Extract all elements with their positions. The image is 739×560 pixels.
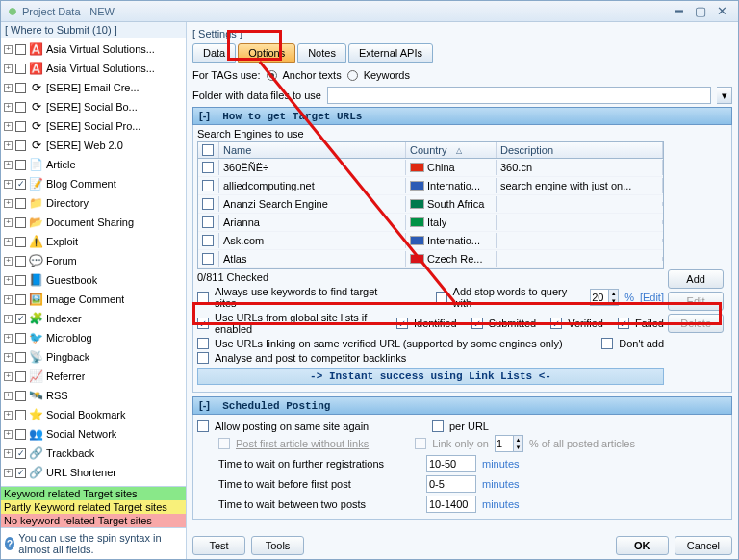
expand-icon[interactable]: + — [4, 103, 13, 112]
engine-checkbox[interactable] — [15, 429, 26, 440]
chk-use-global[interactable] — [197, 318, 209, 329]
engine-checkbox[interactable] — [15, 256, 26, 267]
row-checkbox[interactable] — [202, 216, 214, 228]
tab-notes[interactable]: Notes — [297, 43, 346, 63]
ok-button[interactable]: OK — [616, 536, 669, 555]
sidebar-item[interactable]: + ✓ 📝 Blog Comment — [1, 174, 186, 193]
sidebar-item[interactable]: + 🅰️ Asia Virtual Solutions... — [1, 39, 186, 59]
row-checkbox[interactable] — [202, 235, 214, 246]
expand-icon[interactable]: + — [4, 238, 13, 246]
expand-icon[interactable]: + — [4, 45, 13, 54]
expand-icon[interactable]: + — [4, 372, 13, 381]
expand-icon[interactable]: + — [4, 180, 13, 189]
chk-per-url[interactable] — [432, 420, 444, 432]
engine-checkbox[interactable] — [15, 410, 26, 420]
table-row[interactable]: Arianna Italy — [198, 214, 663, 232]
chk-failed[interactable] — [618, 318, 629, 329]
engine-checkbox[interactable] — [15, 160, 26, 170]
sidebar-item[interactable]: + 📈 Referrer — [1, 367, 186, 386]
row-checkbox[interactable] — [202, 253, 214, 265]
engine-checkbox[interactable] — [15, 140, 26, 151]
engine-checkbox[interactable] — [15, 83, 26, 93]
engine-checkbox[interactable]: ✓ — [15, 468, 26, 478]
tab-options[interactable]: Options — [238, 43, 295, 63]
expand-icon[interactable]: + — [4, 122, 13, 131]
chk-analyse[interactable] — [197, 352, 209, 364]
sidebar-item[interactable]: + 🛰️ RSS — [1, 386, 186, 405]
expand-icon[interactable]: + — [4, 411, 13, 420]
sidebar-item[interactable]: + ⟳ [SERE] Email Cre... — [1, 78, 186, 97]
folder-input[interactable] — [327, 87, 711, 104]
sidebar-item[interactable]: + 💬 Forum — [1, 251, 186, 270]
edit-button[interactable]: Edit — [668, 292, 724, 311]
wait-reg-input[interactable] — [426, 455, 476, 472]
expand-icon[interactable]: + — [4, 141, 13, 150]
table-row[interactable]: alliedcomputing.net Internatio... search… — [198, 177, 663, 195]
sidebar-item[interactable]: + ⟳ [SERE] Web 2.0 — [1, 136, 186, 155]
tab-external-apis[interactable]: External APIs — [348, 43, 433, 63]
expand-icon[interactable]: + — [4, 199, 13, 208]
sidebar-item[interactable]: + ✓ 🔗 URL Shortener — [1, 463, 186, 482]
test-button[interactable]: Test — [192, 536, 245, 555]
engine-checkbox[interactable] — [15, 198, 26, 209]
expand-icon[interactable]: + — [4, 257, 13, 266]
sidebar-item[interactable]: + 📘 Guestbook — [1, 270, 186, 290]
sidebar-item[interactable]: + 📁 Directory — [1, 193, 186, 213]
radio-keywords[interactable] — [347, 70, 358, 81]
engine-checkbox[interactable] — [15, 64, 26, 74]
expand-icon[interactable]: + — [4, 315, 13, 323]
row-checkbox[interactable] — [202, 180, 214, 191]
engine-checkbox[interactable]: ✓ — [15, 179, 26, 190]
table-row[interactable]: 360ËÑË÷ China 360.cn — [198, 159, 663, 177]
tools-button[interactable]: Tools — [251, 536, 304, 555]
chk-use-linking[interactable] — [197, 338, 209, 349]
chk-always-keywords[interactable] — [197, 292, 209, 303]
wait-first-input[interactable] — [426, 475, 476, 493]
engine-checkbox[interactable] — [15, 44, 26, 55]
engine-checkbox[interactable] — [15, 237, 26, 247]
engine-checkbox[interactable] — [15, 275, 26, 286]
expand-icon[interactable]: + — [4, 392, 13, 400]
chk-verified[interactable] — [550, 318, 562, 329]
col-description[interactable]: Description — [497, 142, 663, 158]
sidebar-item[interactable]: + ⟳ [SERE] Social Bo... — [1, 97, 186, 116]
sidebar-item[interactable]: + 🖼️ Image Comment — [1, 290, 186, 309]
expand-icon[interactable]: + — [4, 430, 13, 439]
engine-checkbox[interactable] — [15, 391, 26, 401]
cancel-button[interactable]: Cancel — [675, 536, 732, 555]
radio-anchor[interactable] — [267, 70, 277, 81]
target-urls-header[interactable]: [-] How to get Target URLs — [192, 107, 732, 125]
sidebar-item[interactable]: + ⟳ [SERE] Social Pro... — [1, 116, 186, 136]
engine-checkbox[interactable]: ✓ — [15, 314, 26, 324]
expand-icon[interactable]: + — [4, 64, 13, 73]
expand-icon[interactable]: + — [4, 334, 13, 343]
link-lists-banner[interactable]: -> Instant success using Link Lists <- — [197, 368, 664, 385]
add-button[interactable]: Add — [668, 269, 724, 289]
row-checkbox[interactable] — [202, 198, 214, 210]
sidebar-item[interactable]: + ✓ 🧩 Indexer — [1, 309, 186, 328]
col-country[interactable]: Country △ — [406, 142, 497, 158]
expand-icon[interactable]: + — [4, 276, 13, 285]
expand-icon[interactable]: + — [4, 353, 13, 362]
col-name[interactable]: Name — [219, 142, 406, 158]
close-button[interactable]: ✕ — [711, 4, 732, 19]
chk-add-stop[interactable] — [436, 292, 447, 303]
folder-dropdown[interactable]: ▾ — [717, 87, 732, 104]
link-only-input[interactable] — [496, 436, 513, 451]
engine-checkbox[interactable] — [15, 294, 26, 305]
sidebar-item[interactable]: + 📂 Document Sharing — [1, 213, 186, 232]
table-row[interactable]: Ananzi Search Engine South Africa — [198, 195, 663, 214]
spin-up-icon[interactable]: ▲ — [608, 290, 618, 297]
stop-words-input[interactable] — [591, 290, 608, 305]
expand-icon[interactable]: + — [4, 469, 13, 477]
expand-icon[interactable]: + — [4, 449, 13, 458]
select-all-checkbox[interactable] — [202, 144, 214, 156]
sidebar-item[interactable]: + ✓ 🔗 Trackback — [1, 444, 186, 463]
engine-checkbox[interactable] — [15, 217, 26, 228]
wait-between-input[interactable] — [426, 496, 476, 513]
sidebar-item[interactable]: + 📄 Article — [1, 155, 186, 174]
expand-icon[interactable]: + — [4, 161, 13, 169]
engine-checkbox[interactable] — [15, 371, 26, 382]
sidebar-item[interactable]: + ⭐ Social Bookmark — [1, 405, 186, 424]
sidebar-item[interactable]: + 🅰️ Asia Virtual Solutions... — [1, 59, 186, 78]
